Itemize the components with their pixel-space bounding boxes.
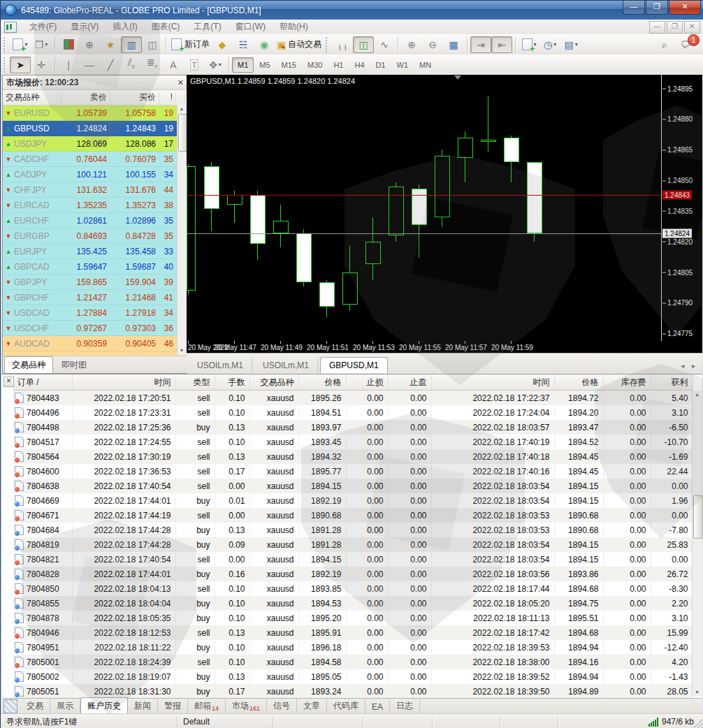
auto-scroll-button[interactable]: ⇥	[470, 36, 491, 53]
history-column-header[interactable]: 类型	[175, 374, 215, 391]
history-row[interactable]: 78048192022.02.18 17:44:28buy0.09xauusd1…	[13, 537, 693, 552]
fibonacci-button[interactable]: ≣F	[142, 57, 163, 73]
history-column-header[interactable]: 止盈	[388, 374, 431, 391]
horizontal-line-button[interactable]: —	[79, 57, 100, 73]
market-watch-row-audcad[interactable]: ▼AUDCAD0.903590.9040546	[3, 336, 187, 351]
vertical-line-button[interactable]: |	[58, 57, 79, 73]
text-tool-button[interactable]: A	[163, 57, 184, 73]
timeframe-button-m15[interactable]: M15	[276, 57, 302, 73]
menu-item[interactable]: 文件(F)	[22, 20, 64, 33]
chart-tab[interactable]: USOILm,M1	[189, 358, 252, 373]
history-header-row[interactable]: 订单 /时间类型手数交易品种价格止损止盈时间价格库存费获利	[13, 374, 693, 391]
market-watch-row-usdcad[interactable]: ▼USDCAD1.278841.2791834	[3, 305, 187, 321]
tab-scroll-arrows[interactable]: ◂ ▸	[681, 362, 698, 370]
maximize-button[interactable]: ❐	[646, 1, 668, 15]
mdi-close-button[interactable]: ✕	[684, 21, 700, 34]
price-axis[interactable]: 1.248951.248801.248651.248501.248351.248…	[662, 75, 702, 341]
history-row[interactable]: 78045642022.02.18 17:30:19sell0.13xauusd…	[13, 449, 693, 464]
terminal-tab-邮箱[interactable]: 邮箱14	[188, 698, 226, 714]
menu-item[interactable]: 帮助(H)	[273, 20, 315, 33]
history-row[interactable]: 78046692022.02.18 17:44:01buy0.01xauusd1…	[13, 493, 693, 508]
timeframe-button-m30[interactable]: M30	[302, 57, 328, 73]
history-column-header[interactable]: 时间	[431, 374, 554, 391]
history-scrollbar[interactable]: ▲ ▼	[692, 391, 702, 697]
menu-item[interactable]: 显示(V)	[64, 20, 106, 33]
history-column-header[interactable]: 价格	[298, 374, 346, 391]
close-button[interactable]: ✕	[669, 1, 701, 15]
market-watch-scrollbar[interactable]: ▲ ▼	[177, 104, 187, 355]
market-watch-tab[interactable]: 即时图	[55, 357, 94, 373]
history-center-button[interactable]: ◆	[212, 36, 233, 53]
mdi-minimize-button[interactable]: —	[649, 21, 665, 34]
history-row[interactable]: 78044982022.02.18 17:25:36buy0.13xauusd1…	[13, 420, 693, 435]
equidistant-channel-button[interactable]: ⫽E	[121, 57, 142, 73]
menu-item[interactable]: 图表(C)	[145, 20, 187, 33]
market-watch-close-icon[interactable]: ✕	[177, 78, 184, 87]
crosshair-tool-button[interactable]: ✛	[31, 57, 52, 73]
signals-button[interactable]: ◉	[254, 36, 275, 53]
history-row[interactable]: 78046712022.02.18 17:44:19sell0.00xauusd…	[13, 508, 693, 523]
history-column-header[interactable]: 获利	[651, 374, 693, 391]
terminal-tab-代码库[interactable]: 代码库	[327, 698, 365, 714]
profiles-button[interactable]: ❐▾	[31, 36, 52, 53]
chart-tab[interactable]: USOILm,M1	[254, 358, 318, 373]
history-column-header[interactable]: 时间	[72, 374, 175, 391]
line-chart-button[interactable]: ∿	[374, 36, 395, 53]
history-row[interactable]: 78049462022.02.18 18:12:53sell0.13xauusd…	[13, 625, 693, 640]
terminal-tab-EA[interactable]: EA	[365, 700, 390, 714]
dock-panel-icon[interactable]	[3, 699, 17, 713]
trendline-button[interactable]: ╱	[100, 57, 121, 73]
history-column-header[interactable]: 库存费	[603, 374, 651, 391]
market-watch-row-eurcad[interactable]: ▼EURCAD1.352351.3527338	[3, 198, 187, 213]
history-column-header[interactable]: 订单 /	[13, 374, 72, 391]
terminal-tab-市场[interactable]: 市场161	[226, 698, 267, 714]
timeframe-button-m1[interactable]: M1	[232, 57, 254, 73]
history-row[interactable]: 78050022022.02.18 18:19:07buy0.13xauusd1…	[13, 669, 693, 684]
history-row[interactable]: 78050512022.02.18 18:31:30buy0.17xauusd1…	[13, 684, 693, 699]
chart-tab[interactable]: GBPUSD,M1	[320, 357, 388, 373]
history-row[interactable]: 78048212022.02.18 17:40:54sell0.00xauusd…	[13, 552, 693, 567]
history-row[interactable]: 78045172022.02.18 17:24:55sell0.10xauusd…	[13, 435, 693, 449]
status-profile[interactable]: Default	[177, 717, 273, 727]
history-row[interactable]: 78044832022.02.18 17:20:51sell0.10xauusd…	[13, 391, 693, 406]
account-history-table[interactable]: 订单 /时间类型手数交易品种价格止损止盈时间价格库存费获利 7804483202…	[13, 374, 693, 699]
terminal-tab-展示[interactable]: 展示	[50, 698, 80, 714]
terminal-tab-账户历史[interactable]: 账户历史	[80, 697, 128, 715]
text-label-button[interactable]: T	[184, 57, 205, 73]
zoom-in-button[interactable]: ⊕	[401, 36, 422, 53]
terminal-tab-信号[interactable]: 信号	[267, 698, 297, 714]
menu-item[interactable]: 窗口(W)	[229, 20, 273, 33]
history-row[interactable]: 78050012022.02.18 18:24:39sell0.10xauusd…	[13, 655, 693, 669]
history-row[interactable]: 78044962022.02.18 17:23:31sell0.10xauusd…	[13, 405, 693, 420]
data-window-button[interactable]: ◫	[142, 36, 163, 53]
history-row[interactable]: 78048782022.02.18 18:05:35buy0.10xauusd1…	[13, 611, 693, 625]
market-watch-row-usdjpy[interactable]: ▲USDJPY128.069128.08617	[3, 136, 187, 152]
market-watch-column-headers[interactable]: 交易品种 卖价 买价 !	[3, 90, 187, 105]
market-watch-row-gbpjpy[interactable]: ▼GBPJPY159.865159.90439	[3, 275, 187, 290]
terminal-close-icon[interactable]: ✕	[3, 377, 14, 387]
history-column-header[interactable]: 交易品种	[249, 374, 298, 391]
history-column-header[interactable]: 止损	[346, 374, 388, 391]
history-column-header[interactable]: 价格	[554, 374, 603, 391]
timeframe-button-d1[interactable]: D1	[370, 57, 391, 73]
arrows-button[interactable]: ✥▾	[205, 57, 226, 73]
autotrading-button[interactable]: ▣● 自动交易	[275, 36, 324, 53]
menu-item[interactable]: 工具(T)	[187, 20, 228, 33]
terminal-tab-警报[interactable]: 警报	[158, 698, 188, 714]
templates-button[interactable]: ▤▾	[560, 36, 581, 53]
indicators-button[interactable]: +▾	[519, 36, 539, 53]
market-watch-row-eurusd[interactable]: ▼EURUSD1.057391.0575819	[3, 105, 187, 121]
chart-plot-area[interactable]	[187, 75, 662, 341]
tile-windows-button[interactable]: ▦	[443, 36, 464, 53]
candlestick-button[interactable]: ◫	[353, 36, 374, 53]
terminal-tab-新闻[interactable]: 新闻	[128, 698, 158, 714]
market-watch-row-chfjpy[interactable]: ▼CHFJPY131.632131.67644	[3, 182, 187, 198]
market-watch-row-cadchf[interactable]: ▼CADCHF0.760440.7607935	[3, 152, 187, 167]
bar-chart-button[interactable]: ╷╷	[332, 36, 353, 53]
new-order-button[interactable]: + 新订单	[169, 36, 212, 53]
scrollbar-thumb[interactable]	[693, 495, 703, 539]
terminal-tab-日志[interactable]: 日志	[390, 698, 420, 714]
timeframe-button-mn[interactable]: MN	[414, 57, 437, 73]
history-row[interactable]: 78046002022.02.18 17:36:53sell0.17xauusd…	[13, 464, 693, 479]
history-row[interactable]: 78048552022.02.18 18:04:04buy0.10xauusd1…	[13, 596, 693, 611]
